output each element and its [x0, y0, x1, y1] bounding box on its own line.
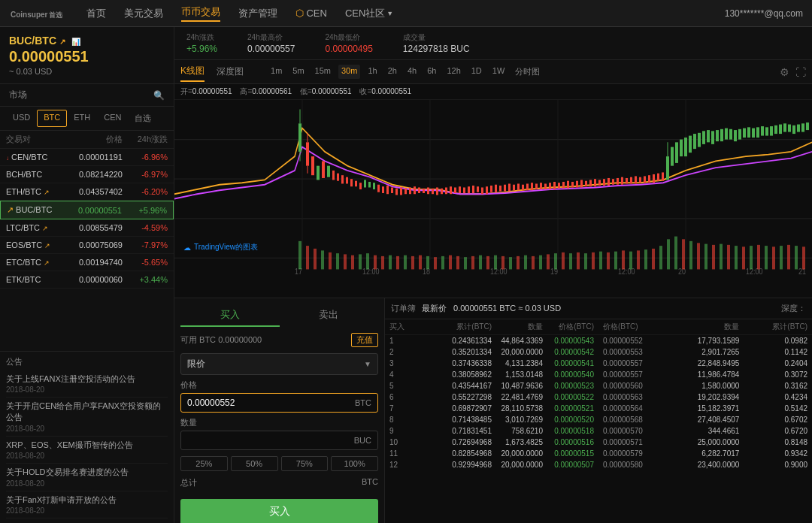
pct-50[interactable]: 50% [231, 456, 278, 471]
tab-sell[interactable]: 卖出 [280, 304, 379, 327]
nav-usd-trade[interactable]: 美元交易 [124, 7, 163, 20]
ob-sell-row: 0.0000056415,182.39710.5142 [598, 403, 812, 414]
svg-rect-90 [617, 178, 619, 185]
tab-kline[interactable]: K线图 [180, 62, 205, 82]
svg-rect-132 [801, 123, 804, 132]
ob-sell-row: 0.0000055711,986.47840.3072 [598, 369, 812, 380]
svg-rect-145 [381, 256, 384, 270]
svg-rect-174 [599, 252, 602, 270]
svg-rect-62 [490, 186, 492, 192]
svg-rect-160 [494, 255, 497, 270]
tab-buy[interactable]: 买入 [180, 304, 280, 327]
time-30m[interactable]: 30m [338, 65, 360, 79]
announce-item-4[interactable]: 关于FanX打新申请开放的公告 2018-08-20 [6, 491, 168, 518]
time-1w[interactable]: 1W [489, 65, 508, 79]
market-row-ltc-btc[interactable]: LTC/BTC ↗ 0.00855479 -4.59% [0, 219, 174, 237]
svg-rect-33 [359, 183, 362, 189]
time-1d[interactable]: 1D [468, 65, 485, 79]
stat-low: 24h最低价 0.00000495 [325, 32, 372, 54]
tab-btc[interactable]: BTC [37, 110, 67, 127]
price-input-row: BTC [180, 393, 378, 413]
svg-rect-126 [774, 125, 777, 134]
time-6h[interactable]: 6h [424, 65, 439, 79]
time-5m[interactable]: 5m [289, 65, 307, 79]
pct-100[interactable]: 100% [331, 456, 378, 471]
pct-75[interactable]: 75% [281, 456, 329, 471]
svg-rect-104 [675, 142, 678, 163]
svg-rect-108 [693, 134, 696, 149]
ob-sell-row: 0.000005532,901.72650.1142 [598, 346, 812, 358]
ob-buy-row: 90.71831451758.62100.00000518 [385, 425, 598, 437]
market-row-bch-btc[interactable]: BCH/BTC 0.08214220 -6.97% [0, 166, 174, 183]
ob-sell-row: 0.000005796,282.70170.9342 [598, 448, 812, 459]
svg-rect-121 [752, 128, 755, 138]
svg-rect-101 [666, 156, 669, 180]
search-icon[interactable]: 🔍 [153, 90, 165, 101]
svg-rect-103 [671, 147, 674, 166]
time-minute[interactable]: 分时图 [512, 65, 543, 79]
nav-asset[interactable]: 资产管理 [238, 7, 277, 20]
svg-rect-20 [306, 142, 309, 165]
announce-item-2[interactable]: XRP、EOS、XEM撮币智传的公告 2018-08-20 [6, 437, 168, 464]
market-label: 市场 🔍 [0, 84, 174, 107]
svg-rect-72 [535, 183, 538, 189]
tab-usd[interactable]: USD [6, 110, 37, 127]
svg-rect-127 [779, 125, 782, 135]
symbol-price: 0.00000551 [9, 48, 165, 65]
market-row-eth-btc[interactable]: ETH/BTC ↗ 0.04357402 -6.20% [0, 183, 174, 201]
type-selector-group: 限价 ▼ [180, 353, 378, 375]
announce-item-1[interactable]: 关于开启CEN给合用户享FANX空投资额的公告 2018-08-20 [6, 398, 168, 437]
svg-rect-133 [806, 122, 809, 130]
price-input[interactable] [181, 394, 349, 412]
svg-rect-67 [513, 185, 515, 191]
nav-home[interactable]: 首页 [86, 7, 106, 20]
svg-rect-180 [644, 249, 647, 269]
nav-coin-trade[interactable]: 币币交易 [181, 5, 220, 22]
svg-rect-130 [792, 125, 795, 134]
svg-rect-184 [674, 237, 677, 270]
svg-rect-117 [734, 130, 737, 141]
svg-rect-107 [689, 136, 692, 153]
svg-text:12:00: 12:00 [362, 267, 380, 276]
depth-label: 深度： [781, 303, 806, 314]
stat-change: 24h涨跌 +5.96% [186, 32, 217, 54]
fullscreen-icon[interactable]: ⛶ [795, 66, 806, 78]
svg-rect-43 [404, 189, 407, 195]
svg-rect-71 [531, 183, 533, 190]
svg-rect-78 [562, 182, 565, 189]
order-type-select[interactable]: 限价 ▼ [180, 353, 378, 375]
svg-rect-147 [396, 256, 399, 270]
nav-cen[interactable]: ⬡CEN [295, 8, 326, 19]
market-row-etc-btc[interactable]: ETC/BTC ↗ 0.00194740 -5.65% [0, 254, 174, 271]
settings-icon[interactable]: ⚙ [780, 66, 789, 78]
announce-item-3[interactable]: 关于HOLD交易排名赛进度的公告 2018-08-20 [6, 464, 168, 491]
market-row-buc-btc[interactable]: ↗ BUC/BTC 0.00000551 +5.96% [0, 201, 174, 219]
market-row-cen-btc[interactable]: ↓ CEN/BTC 0.00001191 -6.96% [0, 149, 174, 166]
qty-input[interactable] [181, 431, 348, 449]
tab-depth[interactable]: 深度图 [217, 62, 244, 81]
svg-rect-140 [344, 254, 347, 269]
buy-button[interactable]: 买入 [180, 499, 378, 523]
svg-rect-44 [409, 187, 411, 194]
market-row-eos-btc[interactable]: EOS/BTC ↗ 0.00075069 -7.97% [0, 237, 174, 254]
recharge-button[interactable]: 充值 [351, 333, 378, 347]
time-1m[interactable]: 1m [268, 65, 285, 79]
tab-cen[interactable]: CEN [97, 110, 128, 127]
nav-cen-community[interactable]: CEN社区▼ [345, 7, 393, 20]
total-row: 总计 BTC [180, 477, 378, 488]
svg-rect-165 [532, 256, 535, 270]
time-15m[interactable]: 15m [312, 65, 334, 79]
tab-eth[interactable]: ETH [67, 110, 97, 127]
ob-sell-side: 价格(BTC) 数量 累计(BTC) 0.0000055217,793.1589… [598, 319, 812, 470]
ob-buy-header: 买入 累计(BTC) 数量 价格(BTC) [385, 319, 598, 335]
time-4h[interactable]: 4h [404, 65, 420, 79]
announce-item-0[interactable]: 关于上线FANX注册空投活动的公告 2018-08-20 [6, 370, 168, 398]
ob-sell-row: 0.0000055722,848.94950.2404 [598, 358, 812, 369]
market-row-etk-btc[interactable]: ETK/BTC 0.00000060 +3.44% [0, 271, 174, 289]
tab-favorites[interactable]: 自选 [128, 110, 158, 127]
pct-25[interactable]: 25% [180, 456, 228, 471]
svg-rect-28 [337, 174, 339, 181]
time-2h[interactable]: 2h [385, 65, 400, 79]
time-12h[interactable]: 12h [444, 65, 463, 79]
time-1h[interactable]: 1h [365, 65, 380, 79]
